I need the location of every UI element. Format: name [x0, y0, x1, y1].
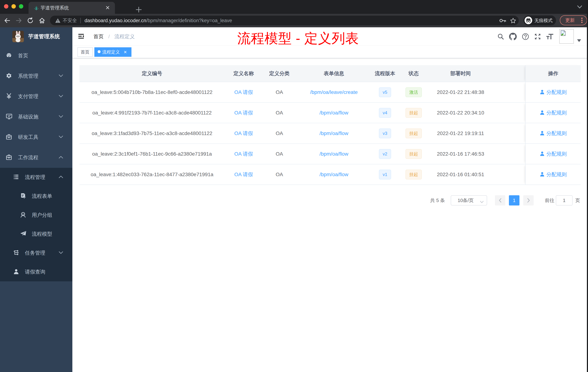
browser-menu-kebab-icon[interactable] — [581, 18, 582, 23]
sidebar-item-home[interactable]: 首页 — [0, 45, 72, 66]
not-secure-warning-icon[interactable] — [55, 18, 61, 24]
new-tab-button[interactable] — [134, 5, 144, 15]
briefcase-icon — [6, 154, 12, 161]
col-header-version[interactable]: 流程版本 — [372, 65, 398, 82]
incognito-icon — [525, 17, 532, 24]
chevron-down-icon — [59, 251, 63, 255]
macos-minimize-button[interactable] — [11, 4, 16, 9]
search-icon[interactable] — [495, 27, 506, 46]
assign-rule-button[interactable]: 分配规则 — [540, 151, 567, 157]
cell-time: 2022-01-16 17:46:53 — [429, 144, 492, 164]
browser-update-button[interactable]: 更新 — [560, 15, 587, 25]
forward-icon[interactable] — [14, 14, 24, 27]
url-text[interactable]: dashboard.yudao.iocoder.cn/bpm/manager/d… — [84, 16, 232, 25]
logo-avatar — [12, 31, 24, 42]
sidebar-item-leave-query[interactable]: 请假查询 — [0, 263, 72, 281]
sidebar-collapse-icon[interactable] — [78, 33, 84, 39]
version-badge: v1 — [379, 170, 391, 179]
update-label[interactable]: 更新 — [565, 16, 575, 25]
avatar-caret-down-icon[interactable] — [577, 39, 581, 42]
form-link[interactable]: /bpm/oa/flow — [319, 131, 348, 136]
definition-name-link[interactable]: OA 请假 — [234, 131, 253, 136]
tags-view-bar: 首页 流程定义✕ — [72, 46, 588, 58]
col-header-id[interactable]: 定义编号 — [79, 65, 225, 82]
sidebar-item-devtools[interactable]: 研发工具 — [0, 127, 72, 147]
assign-rule-button[interactable]: 分配规则 — [540, 110, 567, 116]
briefcase-icon — [6, 134, 12, 141]
sidebar-logo[interactable]: 芋道管理系统 — [0, 27, 72, 45]
assign-rule-button[interactable]: 分配规则 — [540, 172, 567, 177]
prev-page-button[interactable] — [495, 195, 505, 206]
macos-zoom-button[interactable] — [19, 4, 23, 9]
sidebar-item-user-group[interactable]: 用户分组 — [0, 206, 72, 225]
definition-name-link[interactable]: OA 请假 — [234, 151, 253, 157]
sidebar-item-workflow[interactable]: 工作流程 — [0, 147, 72, 168]
form-link[interactable]: /bpm/oa/leave/create — [310, 89, 358, 95]
form-link[interactable]: /bpm/oa/flow — [319, 151, 348, 157]
sidebar-item-system[interactable]: 系统管理 — [0, 66, 72, 86]
next-page-button[interactable] — [523, 195, 534, 206]
sidebar-item-label: 首页 — [18, 45, 28, 66]
url-bar[interactable]: 不安全 dashboard.yudao.iocoder.cn/bpm/manag… — [50, 16, 519, 25]
col-header-category[interactable]: 定义分类 — [263, 65, 296, 82]
chevron-down-icon — [59, 95, 63, 98]
breadcrumb-home[interactable]: 首页 — [94, 34, 104, 39]
yuan-icon — [6, 93, 12, 100]
sidebar-item-task-mgmt[interactable]: 任务管理 — [0, 243, 72, 263]
table-row: oa_leave:4:991f2193-7b7f-11ec-a3c8-acde4… — [79, 102, 581, 123]
not-secure-label[interactable]: 不安全 — [63, 16, 77, 25]
sidebar-item-label: 工作流程 — [18, 147, 38, 168]
cell-id: oa_leave:3:1fad3d93-7b75-11ec-a3c8-acde4… — [79, 123, 225, 144]
password-key-icon[interactable] — [499, 18, 506, 24]
definition-name-link[interactable]: OA 请假 — [234, 172, 253, 177]
col-header-status[interactable]: 状态 — [398, 65, 429, 82]
browser-toolbar: 不安全 dashboard.yudao.iocoder.cn/bpm/manag… — [0, 14, 588, 27]
tab-close-icon[interactable] — [105, 5, 111, 11]
table-row: oa_leave:3:1fad3d93-7b75-11ec-a3c8-acde4… — [79, 123, 581, 144]
table-row: oa_leave:2:3c1f0ef1-76b1-11ec-9c66-a2380… — [79, 144, 581, 164]
browser-tab[interactable]: 芋道管理系统 — [29, 2, 115, 14]
tag-active[interactable]: 流程定义✕ — [94, 47, 131, 57]
table-row: oa_leave:5:004b710b-7b8a-11ec-8ef0-acde4… — [79, 82, 581, 102]
definition-name-link[interactable]: OA 请假 — [234, 110, 253, 116]
help-question-icon[interactable] — [520, 27, 531, 46]
reload-icon[interactable] — [25, 14, 35, 27]
window-right-edge — [587, 0, 588, 372]
col-header-form[interactable]: 表单信息 — [296, 65, 372, 82]
col-header-name[interactable]: 定义名称 — [225, 65, 263, 82]
bookmark-star-icon[interactable] — [510, 18, 516, 24]
sidebar-item-label: 任务管理 — [25, 243, 45, 263]
current-page-button[interactable]: 1 — [509, 195, 519, 206]
fullscreen-icon[interactable] — [532, 27, 543, 46]
chevron-up-icon — [59, 175, 63, 179]
user-avatar[interactable] — [559, 29, 574, 44]
sidebar-item-infrastructure[interactable]: 基础设施 — [0, 107, 72, 127]
home-icon[interactable] — [37, 14, 47, 27]
cell-category: OA — [263, 123, 296, 144]
sidebar-item-process-model[interactable]: 流程模型 — [0, 225, 72, 243]
github-icon[interactable] — [507, 27, 518, 46]
omnibox-separator — [80, 18, 81, 23]
form-link[interactable]: /bpm/oa/flow — [319, 110, 348, 116]
page-jump-input[interactable]: 1 — [556, 195, 573, 206]
font-size-icon[interactable] — [544, 27, 555, 46]
definition-table: 定义编号 定义名称 定义分类 表单信息 流程版本 状态 部署时间 操作 oa_l… — [79, 65, 581, 185]
broken-image-icon — [560, 30, 566, 37]
cell-category: OA — [263, 164, 296, 185]
sidebar-item-payment[interactable]: 支付管理 — [0, 86, 72, 107]
back-icon[interactable] — [2, 14, 12, 27]
sidebar-item-process-mgmt[interactable]: 流程管理 — [0, 168, 72, 187]
page-size-select[interactable]: 10条/页 — [451, 195, 487, 206]
sidebar-item-label: 用户分组 — [32, 206, 52, 225]
macos-close-button[interactable] — [4, 4, 8, 9]
sidebar-item-process-form[interactable]: 流程表单 — [0, 187, 72, 206]
col-header-action[interactable]: 操作 — [525, 65, 581, 82]
tab-search-chevron-icon[interactable] — [576, 5, 583, 10]
tag-home[interactable]: 首页 — [77, 47, 93, 57]
col-header-time[interactable]: 部署时间 — [429, 65, 492, 82]
assign-rule-button[interactable]: 分配规则 — [540, 89, 567, 95]
tag-close-icon[interactable]: ✕ — [122, 48, 128, 57]
assign-rule-button[interactable]: 分配规则 — [540, 131, 567, 136]
form-link[interactable]: /bpm/oa/flow — [319, 172, 348, 177]
definition-name-link[interactable]: OA 请假 — [234, 89, 253, 95]
